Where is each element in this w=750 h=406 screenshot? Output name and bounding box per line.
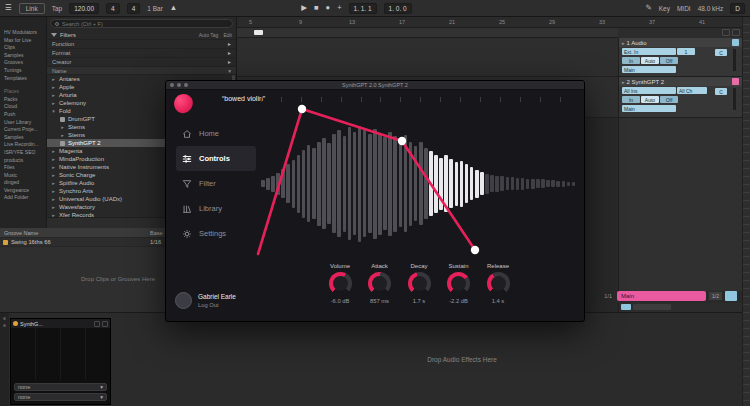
key-map-button[interactable]: Key [659, 5, 670, 12]
sidebar-section-item[interactable]: Max for Live [0, 37, 46, 45]
pan-control[interactable]: C [715, 88, 727, 95]
sidebar-place-item[interactable]: Files [0, 164, 46, 172]
draw-mode-icon[interactable]: ✎ [645, 4, 651, 12]
browser-name-header[interactable]: Name ▾ [47, 66, 236, 75]
sidebar-section-item[interactable]: HV Modulators [0, 29, 46, 37]
knob-volume[interactable]: Volume-6.0 dB [323, 263, 357, 304]
input-type-chooser[interactable]: Ext. In [622, 48, 676, 55]
knob-dial[interactable] [487, 272, 510, 295]
midi-map-button[interactable]: MIDI [677, 5, 691, 12]
detail-view-tab[interactable] [0, 312, 9, 406]
track-header-synthgpt[interactable]: ▸ 2 SynthGPT 2 All Ins All Ch In Auto Of… [618, 77, 742, 118]
maximize-icon[interactable] [184, 83, 188, 87]
main-chip-gray[interactable] [633, 304, 671, 310]
record-button[interactable]: ● [326, 4, 331, 12]
sidebar-place-item[interactable]: Push [0, 111, 46, 119]
auto-tag-toggle[interactable]: Auto Tag [199, 32, 219, 38]
main-chip-cyan[interactable] [621, 304, 631, 310]
loop-length[interactable]: 1. 0. 0 [384, 3, 412, 14]
track-name-bar[interactable]: ▸ 1 Audio [619, 38, 742, 47]
pan-control[interactable]: C [715, 49, 727, 56]
link-button[interactable]: Link [19, 3, 45, 14]
device-unfold-icon[interactable] [102, 321, 108, 327]
track-header-audio[interactable]: ▸ 1 Audio Ext. In 1 In Auto Off Main C [618, 38, 742, 77]
input-channel-chooser[interactable]: All Ch [677, 87, 707, 94]
monitor-off-button[interactable]: Off [660, 96, 678, 103]
metronome-icon[interactable]: ▲ [170, 4, 177, 12]
logout-button[interactable]: Log Out [198, 302, 236, 308]
main-grid-box[interactable]: 1/2 [708, 291, 723, 301]
sidebar-section-item[interactable]: Grooves [0, 59, 46, 67]
program-selector[interactable]: none ▾ [14, 393, 107, 401]
monitor-in-button[interactable]: In [622, 96, 640, 103]
knob-dial[interactable] [408, 272, 431, 295]
edit-filters-button[interactable]: Edit [223, 32, 232, 38]
knob-dial[interactable] [329, 272, 352, 295]
quantize-menu[interactable]: 1 Bar [147, 5, 163, 12]
monitor-auto-button[interactable]: Auto [641, 96, 659, 103]
minimize-icon[interactable] [177, 83, 181, 87]
unfold-track-icon[interactable]: ▸ [622, 40, 625, 46]
sidebar-section-item[interactable]: Templates [0, 75, 46, 83]
output-chooser[interactable]: Main [622, 66, 676, 73]
tap-tempo-button[interactable]: Tap [52, 5, 62, 12]
filter-category-row[interactable]: Format▸ [47, 48, 236, 57]
monitor-in-button[interactable]: In [622, 57, 640, 64]
menu-icon[interactable]: ☰ [5, 4, 12, 12]
sidebar-place-item[interactable]: Live Recordin... [0, 141, 46, 149]
sidebar-place-item[interactable]: ISR/YFE SEO [0, 149, 46, 157]
knob-dial[interactable] [368, 272, 391, 295]
device-drop-zone[interactable]: Drop Audio Effects Here [427, 356, 497, 363]
envelope-handle[interactable] [471, 246, 479, 254]
input-channel-chooser[interactable]: 1 [677, 48, 695, 55]
mixer-toggle-icon[interactable] [732, 29, 740, 36]
sidebar-place-item[interactable]: Music [0, 172, 46, 180]
sidebar-place-item[interactable]: dinged [0, 179, 46, 187]
search-input[interactable]: Search (Ctrl + F) [50, 19, 233, 28]
track-name-bar[interactable]: ▸ 2 SynthGPT 2 [619, 77, 742, 86]
io-toggle-icon[interactable] [722, 29, 730, 36]
synthgpt-device[interactable]: SynthG... none ▾ none ▾ [10, 318, 111, 405]
input-type-chooser[interactable]: All Ins [622, 87, 676, 94]
sidebar-section-item[interactable]: Clips [0, 44, 46, 52]
sidebar-place-item[interactable]: Current Proje... [0, 126, 46, 134]
play-button[interactable]: ▶ [301, 4, 307, 12]
sidebar-place-item[interactable]: User Library [0, 119, 46, 127]
window-controls[interactable] [170, 83, 188, 87]
monitor-auto-button[interactable]: Auto [641, 57, 659, 64]
output-chooser[interactable]: Main [622, 105, 676, 112]
overdub-button[interactable]: + [337, 4, 341, 12]
envelope-handle[interactable] [398, 137, 406, 145]
sidebar-place-item[interactable]: Packs [0, 96, 46, 104]
knob-release[interactable]: Release1.4 s [481, 263, 515, 304]
overview-scrollbar[interactable] [742, 17, 750, 406]
scrub-area[interactable] [237, 28, 618, 38]
knob-sustain[interactable]: Sustain-2.2 dB [442, 263, 476, 304]
unfold-track-icon[interactable]: ▸ [622, 79, 625, 85]
knob-dial[interactable] [447, 272, 470, 295]
stop-button[interactable]: ■ [314, 4, 319, 12]
device-power-button[interactable] [13, 321, 18, 326]
sidebar-place-item[interactable]: Vengeance [0, 187, 46, 195]
filter-category-row[interactable]: Function▸ [47, 39, 236, 48]
sidebar-section-item[interactable]: Samples [0, 52, 46, 60]
monitor-off-button[interactable]: Off [660, 57, 678, 64]
filter-category-row[interactable]: Creator▸ [47, 57, 236, 66]
insert-marker[interactable] [254, 30, 263, 35]
timeline-ruler[interactable]: 591317212529333741 [237, 17, 742, 28]
time-sig-denominator[interactable]: 4 [127, 3, 141, 14]
bank-selector[interactable]: none ▾ [14, 383, 107, 391]
arrangement-position[interactable]: 1. 1. 1 [349, 3, 377, 14]
sidebar-place-item[interactable]: Samples [0, 134, 46, 142]
close-icon[interactable] [170, 83, 174, 87]
main-track-header[interactable]: Main [617, 291, 706, 301]
time-sig-numerator[interactable]: 4 [106, 3, 120, 14]
sidebar-place-item[interactable]: Add Folder [0, 194, 46, 202]
envelope-handle[interactable] [298, 105, 306, 113]
knob-decay[interactable]: Decay1.7 s [402, 263, 436, 304]
tempo-display[interactable]: 120.00 [69, 3, 99, 14]
sidebar-section-item[interactable]: Tunings [0, 67, 46, 75]
sidebar-place-item[interactable]: Cloud [0, 103, 46, 111]
device-hotswap-icon[interactable] [94, 321, 100, 327]
sidebar-place-item[interactable]: products [0, 157, 46, 165]
